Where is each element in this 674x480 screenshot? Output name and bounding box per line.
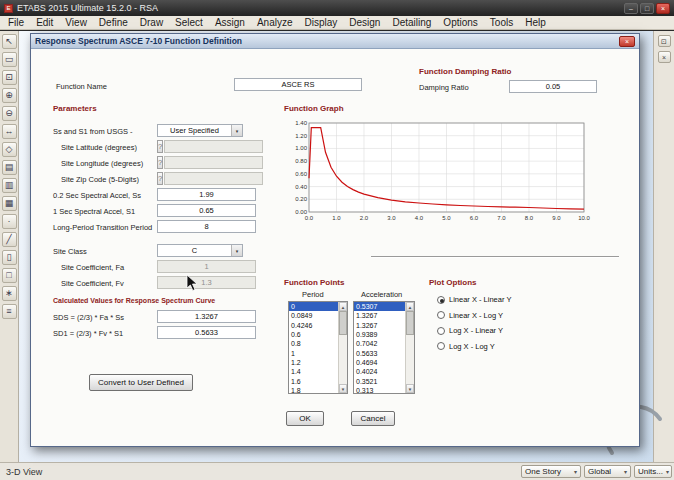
minimize-icon[interactable]: – (624, 3, 638, 14)
s1-input[interactable] (157, 204, 256, 217)
grid-icon[interactable]: ▦ (2, 196, 17, 211)
scroll-down-icon[interactable]: ▼ (339, 384, 347, 393)
pan-icon[interactable]: ↔ (2, 124, 17, 139)
menu-item[interactable]: Draw (134, 16, 169, 30)
acceleration-list-item[interactable]: 1.3267 (354, 321, 405, 330)
menu-item[interactable]: Display (299, 16, 344, 30)
ok-button[interactable]: OK (286, 411, 324, 426)
usgs-dropdown[interactable]: User Specified ▾ (157, 124, 243, 137)
param-row-longitude: Site Longitude (degrees) ? (53, 155, 243, 171)
acceleration-list-item[interactable]: 0.4694 (354, 358, 405, 367)
period-list-scrollbar[interactable]: ▲ ▼ (338, 302, 347, 393)
period-list-item[interactable]: 1 (289, 348, 338, 357)
fa-input (157, 260, 256, 273)
acceleration-list-item[interactable]: 0.3521 (354, 376, 405, 385)
zoom-in-icon[interactable]: ⊕ (2, 88, 17, 103)
scrollbar-thumb[interactable] (406, 311, 414, 335)
svg-text:1.0: 1.0 (332, 215, 341, 221)
draw-joint-icon[interactable]: · (2, 214, 17, 229)
menu-item[interactable]: Tools (484, 16, 519, 30)
period-list-item[interactable]: 1.6 (289, 376, 338, 385)
acceleration-list[interactable]: 0.53071.32671.32670.93890.70420.56330.46… (353, 301, 415, 394)
latitude-input (164, 140, 263, 153)
period-list-item[interactable]: 1.8 (289, 386, 338, 393)
menu-item[interactable]: View (59, 16, 93, 30)
panel-close-icon[interactable]: × (658, 51, 671, 63)
menu-item[interactable]: Edit (30, 16, 59, 30)
damping-section-title: Function Damping Ratio (419, 67, 511, 76)
longitude-help-icon[interactable]: ? (157, 156, 163, 169)
menu-item[interactable]: Analyze (251, 16, 299, 30)
acceleration-list-item[interactable]: 0.9389 (354, 330, 405, 339)
draw-area-icon[interactable]: □ (2, 268, 17, 283)
measure-icon[interactable]: ≡ (2, 304, 17, 319)
reshape-object-icon[interactable]: ▭ (2, 52, 17, 67)
plot-option-log-x-linear-y[interactable]: Log X - Linear Y (437, 323, 511, 339)
elevation-view-icon[interactable]: ▥ (2, 178, 17, 193)
menu-item[interactable]: Assign (209, 16, 251, 30)
snap-icon[interactable]: ∗ (2, 286, 17, 301)
svg-text:0.20: 0.20 (295, 196, 307, 202)
three-d-view-icon[interactable]: ◇ (2, 142, 17, 157)
period-list-item[interactable]: 0.6 (289, 330, 338, 339)
plan-view-icon[interactable]: ▤ (2, 160, 17, 175)
menu-item[interactable]: Select (169, 16, 209, 30)
zipcode-help-icon[interactable]: ? (157, 172, 163, 185)
site-class-dropdown[interactable]: C ▾ (157, 244, 243, 257)
sd1-value (157, 326, 256, 339)
scrollbar-thumb[interactable] (339, 311, 347, 335)
menu-item[interactable]: Options (437, 16, 483, 30)
acceleration-list-item[interactable]: 0.7042 (354, 339, 405, 348)
period-list-item[interactable]: 0.4246 (289, 321, 338, 330)
acceleration-list-item[interactable]: 0.313 (354, 386, 405, 393)
menu-item[interactable]: Detailing (386, 16, 437, 30)
dialog-close-icon[interactable]: × (619, 36, 635, 47)
tl-input[interactable] (157, 220, 256, 233)
maximize-icon[interactable]: □ (640, 3, 654, 14)
convert-to-user-defined-button[interactable]: Convert to User Defined (89, 374, 193, 391)
select-pointer-icon[interactable]: ↖ (2, 34, 17, 49)
acceleration-list-item[interactable]: 0.4024 (354, 367, 405, 376)
plot-option-log-x-log-y[interactable]: Log X - Log Y (437, 339, 511, 355)
response-spectrum-dialog: Response Spectrum ASCE 7-10 Function Def… (30, 33, 640, 447)
period-list-item[interactable]: 1.4 (289, 367, 338, 376)
draw-wall-icon[interactable]: ▯ (2, 250, 17, 265)
ss-input[interactable] (157, 188, 256, 201)
scroll-up-icon[interactable]: ▲ (406, 302, 414, 311)
period-list-item[interactable]: 0.8 (289, 339, 338, 348)
menu-item[interactable]: Design (343, 16, 386, 30)
zoom-out-icon[interactable]: ⊖ (2, 106, 17, 121)
period-list-item[interactable]: 0 (289, 302, 338, 311)
chevron-down-icon: ▾ (663, 468, 669, 475)
acceleration-list-item[interactable]: 1.3267 (354, 311, 405, 320)
story-dropdown[interactable]: One Story ▾ (521, 465, 581, 478)
plot-options-title: Plot Options (429, 278, 477, 287)
period-list-item[interactable]: 1.2 (289, 358, 338, 367)
close-icon[interactable]: × (656, 3, 670, 14)
latitude-help-icon[interactable]: ? (157, 140, 163, 153)
plot-option-linear-x-linear-y[interactable]: Linear X - Linear Y (437, 292, 511, 308)
dock-panel-icon[interactable]: ⊡ (658, 35, 671, 47)
draw-frame-icon[interactable]: ╱ (2, 232, 17, 247)
menu-item[interactable]: File (2, 16, 30, 30)
function-name-input[interactable] (234, 78, 362, 91)
period-list-item[interactable]: 0.0849 (289, 311, 338, 320)
cancel-button[interactable]: Cancel (351, 411, 395, 426)
units-dropdown[interactable]: Units... ▾ (634, 465, 672, 478)
damping-ratio-input[interactable] (509, 80, 597, 93)
svg-text:6.0: 6.0 (470, 215, 479, 221)
period-list[interactable]: 00.08490.42460.60.811.21.41.61.8 ▲ ▼ (288, 301, 348, 394)
menu-item[interactable]: Define (93, 16, 134, 30)
param-row-ss: 0.2 Sec Spectral Accel, Ss (53, 187, 243, 203)
scroll-up-icon[interactable]: ▲ (339, 302, 347, 311)
scroll-down-icon[interactable]: ▼ (406, 384, 414, 393)
zoom-window-icon[interactable]: ⊡ (2, 70, 17, 85)
acceleration-list-item[interactable]: 0.5633 (354, 348, 405, 357)
calculated-values-title: Calculated Values for Response Spectrum … (53, 297, 215, 304)
acceleration-list-item[interactable]: 0.5307 (354, 302, 405, 311)
menu-item[interactable]: Help (519, 16, 552, 30)
acceleration-list-scrollbar[interactable]: ▲ ▼ (405, 302, 414, 393)
coordinate-system-dropdown[interactable]: Global ▾ (584, 465, 631, 478)
radio-icon (437, 327, 445, 335)
plot-option-linear-x-log-y[interactable]: Linear X - Log Y (437, 308, 511, 324)
